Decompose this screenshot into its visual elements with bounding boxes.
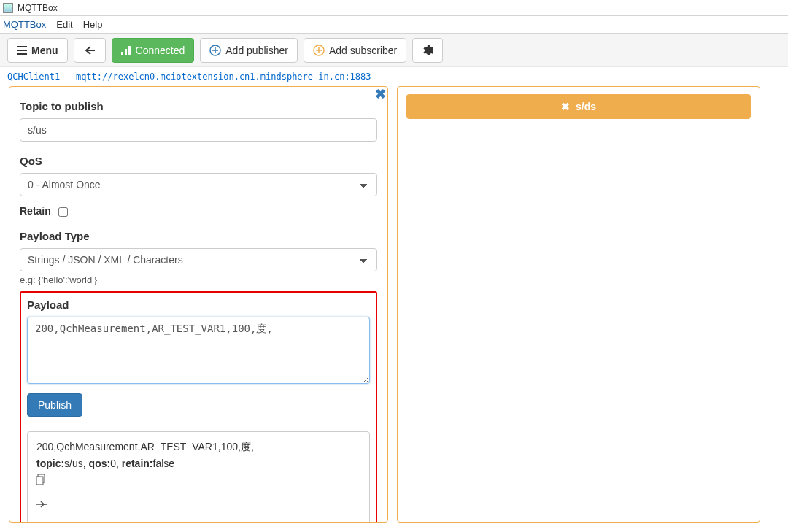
menubar-brand[interactable]: MQTTBox xyxy=(3,19,46,30)
qos-select[interactable]: 0 - Almost Once xyxy=(20,173,377,196)
client-info: QCHClient1 - mqtt://rexelcn0.mciotextens… xyxy=(0,67,788,82)
publish-button[interactable]: Publish xyxy=(27,393,82,417)
publisher-panel: ✖ Topic to publish QoS 0 - Almost Once R… xyxy=(9,86,388,523)
payload-type-label: Payload Type xyxy=(20,230,377,242)
menubar: MQTTBox Edit Help xyxy=(0,16,788,34)
payload-label: Payload xyxy=(27,298,370,311)
publisher-scroll[interactable]: Topic to publish QoS 0 - Almost Once Ret… xyxy=(9,87,387,522)
menu-button[interactable]: Menu xyxy=(7,38,68,63)
history-topic-label: topic: xyxy=(36,458,64,469)
history-qos: 0 xyxy=(110,458,116,469)
add-subscriber-label: Add subscriber xyxy=(329,45,397,56)
svg-rect-2 xyxy=(128,46,131,55)
hamburger-icon xyxy=(17,46,27,55)
connected-label: Connected xyxy=(136,45,185,56)
payload-hint: e.g: {'hello':'world'} xyxy=(20,274,377,285)
add-subscriber-button[interactable]: Add subscriber xyxy=(304,38,406,63)
history-item: 200,QchMeasurement,AR_TEST_VAR1,100,度, t… xyxy=(27,431,370,522)
plus-circle-icon xyxy=(209,45,221,56)
history-actions xyxy=(36,474,360,522)
topic-input[interactable] xyxy=(20,118,377,142)
history-retain-label: retain: xyxy=(122,458,153,469)
arrow-left-icon xyxy=(85,46,95,55)
add-publisher-button[interactable]: Add publisher xyxy=(200,38,298,63)
subscriber-topic-label: s/ds xyxy=(576,101,596,112)
copy-icon[interactable] xyxy=(36,474,360,485)
close-icon[interactable]: ✖ xyxy=(375,86,386,102)
qos-label: QoS xyxy=(20,155,377,167)
subscriber-panel: ✖ s/ds xyxy=(397,86,760,523)
plus-circle-icon xyxy=(313,45,325,56)
add-publisher-label: Add publisher xyxy=(225,45,288,56)
menubar-edit[interactable]: Edit xyxy=(56,19,72,30)
resend-icon[interactable] xyxy=(36,500,360,509)
topic-label: Topic to publish xyxy=(20,100,377,112)
menubar-help[interactable]: Help xyxy=(83,19,103,30)
history-body: 200,QchMeasurement,AR_TEST_VAR1,100,度, xyxy=(36,439,360,455)
retain-label: Retain xyxy=(20,205,51,217)
window-title: MQTTBox xyxy=(18,3,58,13)
history-retain: false xyxy=(153,458,175,469)
back-button[interactable] xyxy=(74,38,106,63)
retain-checkbox[interactable] xyxy=(58,207,68,217)
history-topic: s/us xyxy=(64,458,83,469)
payload-textarea[interactable]: 200,QchMeasurement,AR_TEST_VAR1,100,度, xyxy=(27,317,370,384)
app-icon xyxy=(3,3,13,13)
connected-button[interactable]: Connected xyxy=(112,38,195,63)
svg-rect-1 xyxy=(125,49,127,55)
close-icon[interactable]: ✖ xyxy=(561,101,570,112)
toolbar: Menu Connected Add publisher Add subscri… xyxy=(0,34,788,67)
retain-row: Retain xyxy=(20,205,377,217)
gear-icon xyxy=(422,45,433,56)
payload-type-select[interactable]: Strings / JSON / XML / Characters xyxy=(20,248,377,271)
settings-button[interactable] xyxy=(412,38,443,63)
svg-rect-0 xyxy=(121,52,123,55)
window-titlebar: MQTTBox xyxy=(0,0,788,16)
history-qos-label: qos: xyxy=(89,458,111,469)
menu-button-label: Menu xyxy=(31,45,58,56)
subscriber-topic-chip[interactable]: ✖ s/ds xyxy=(406,94,751,119)
payload-highlight-box: Payload 200,QchMeasurement,AR_TEST_VAR1,… xyxy=(20,291,377,522)
content: ✖ Topic to publish QoS 0 - Almost Once R… xyxy=(0,82,788,527)
svg-rect-6 xyxy=(36,477,43,485)
signal-icon xyxy=(121,46,131,55)
history-meta: topic:s/us, qos:0, retain:false xyxy=(36,456,360,471)
